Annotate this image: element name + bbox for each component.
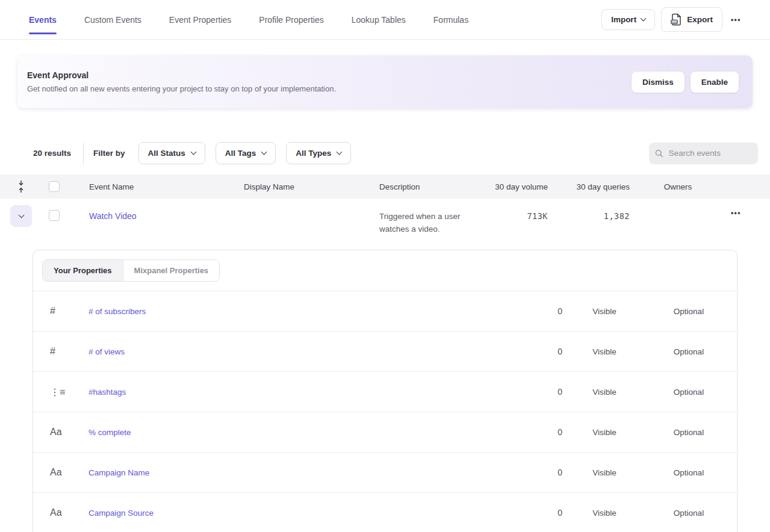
property-visibility[interactable]: Visible — [562, 347, 647, 356]
nav-tab[interactable]: Event Properties — [169, 0, 232, 39]
property-row: Aa Campaign Source 0 Visible Optional — [33, 493, 737, 532]
property-name-link[interactable]: # of subscribers — [88, 307, 496, 316]
text-icon: Aa — [50, 507, 88, 518]
hash-icon: # — [50, 346, 88, 357]
dismiss-button[interactable]: Dismiss — [632, 72, 685, 93]
property-row: # # of views 0 Visible Optional — [33, 332, 737, 372]
properties-tabs-row: Your Properties Mixpanel Properties — [33, 250, 737, 291]
nav-tab[interactable]: Lookup Tables — [352, 0, 406, 39]
nav-tab-label: Custom Events — [84, 15, 141, 25]
event-table-row: Watch Video Triggered when a user watche… — [0, 199, 770, 250]
active-tab-underline — [29, 32, 57, 34]
nav-tab[interactable]: Custom Events — [84, 0, 141, 39]
property-requirement[interactable]: Optional — [647, 509, 731, 518]
property-requirement[interactable]: Optional — [647, 468, 731, 477]
event-name-link[interactable]: Watch Video — [89, 205, 244, 221]
property-visibility[interactable]: Visible — [562, 307, 647, 316]
select-all-checkbox[interactable] — [49, 181, 60, 192]
property-name-link[interactable]: Campaign Name — [88, 468, 496, 477]
filter-dropdown[interactable]: All Status — [138, 142, 205, 164]
header-event-name: Event Name — [89, 182, 244, 191]
tab-mixpanel-properties[interactable]: Mixpanel Properties — [123, 260, 220, 281]
chevron-down-icon — [337, 149, 343, 155]
property-requirement[interactable]: Optional — [647, 307, 731, 316]
row-checkbox[interactable] — [49, 210, 60, 221]
property-name-link[interactable]: #hashtags — [88, 388, 496, 397]
property-requirement[interactable]: Optional — [647, 347, 731, 356]
top-navigation: Events Custom Events Event Properties Pr… — [0, 0, 770, 40]
property-visibility[interactable]: Visible — [562, 468, 647, 477]
search-icon — [655, 149, 663, 158]
nav-tab[interactable]: Formulas — [433, 0, 468, 39]
import-button[interactable]: Import — [601, 9, 655, 30]
banner-title: Event Approval — [27, 70, 336, 80]
tab-your-properties[interactable]: Your Properties — [43, 260, 123, 281]
property-name-link[interactable]: # of views — [88, 347, 496, 356]
nav-tab[interactable]: Events — [29, 0, 57, 39]
nav-tabs: Events Custom Events Event Properties Pr… — [29, 0, 468, 39]
nav-actions: Import csv Export ••• — [601, 7, 744, 32]
chevron-down-icon — [641, 16, 647, 22]
properties-list: # # of subscribers 0 Visible Optional # … — [33, 291, 737, 532]
nav-tab-label: Events — [29, 15, 57, 25]
nav-tab-label: Event Properties — [169, 15, 232, 25]
nav-tab-label: Formulas — [433, 15, 468, 25]
property-count: 0 — [496, 427, 562, 437]
chevron-down-icon — [190, 149, 196, 155]
nav-tab-label: Lookup Tables — [352, 15, 406, 25]
header-volume: 30 day volume — [494, 182, 548, 191]
event-approval-banner: Event Approval Get notified on all new e… — [17, 55, 753, 108]
property-row: # # of subscribers 0 Visible Optional — [33, 291, 737, 332]
header-queries: 30 day queries — [548, 182, 630, 191]
filter-bar: 20 results Filter by All Status All Tags… — [0, 142, 770, 164]
nav-more-icon[interactable]: ••• — [728, 11, 744, 29]
property-count: 0 — [496, 508, 562, 518]
row-more-icon[interactable]: ••• — [726, 205, 744, 222]
export-button-label: Export — [687, 15, 713, 24]
results-count: 20 results — [33, 149, 71, 158]
property-visibility[interactable]: Visible — [562, 388, 647, 397]
chevron-down-icon — [18, 212, 24, 218]
enable-button[interactable]: Enable — [691, 72, 739, 93]
volume-cell: 713K — [494, 205, 548, 221]
csv-file-icon: csv — [671, 13, 682, 26]
banner-actions: Dismiss Enable — [632, 72, 739, 93]
events-table-header: Event Name Display Name Description 30 d… — [0, 175, 770, 199]
filter-dropdown-label: All Types — [296, 149, 331, 158]
properties-panel: Your Properties Mixpanel Properties # # … — [33, 250, 737, 532]
queries-cell: 1,382 — [548, 205, 630, 221]
property-visibility[interactable]: Visible — [562, 509, 647, 518]
property-row: ⋮≡ #hashtags 0 Visible Optional — [33, 372, 737, 412]
text-icon: Aa — [50, 467, 88, 478]
property-name-link[interactable]: Campaign Source — [88, 509, 496, 518]
search-box[interactable] — [649, 143, 758, 164]
properties-tab-switcher: Your Properties Mixpanel Properties — [42, 259, 220, 282]
hash-icon: # — [50, 306, 88, 317]
search-input[interactable] — [669, 149, 752, 158]
property-requirement[interactable]: Optional — [647, 428, 731, 437]
divider — [83, 143, 84, 164]
collapse-all-button[interactable] — [16, 178, 49, 195]
text-icon: Aa — [50, 427, 88, 438]
filter-dropdown[interactable]: All Types — [286, 142, 351, 164]
nav-tab-label: Profile Properties — [259, 15, 323, 25]
list-icon: ⋮≡ — [50, 386, 88, 398]
export-button[interactable]: csv Export — [661, 7, 722, 32]
nav-tab[interactable]: Profile Properties — [259, 0, 323, 39]
header-owners: Owners — [630, 182, 726, 191]
property-row: Aa Campaign Name 0 Visible Optional — [33, 453, 737, 493]
header-description: Description — [379, 182, 494, 191]
filter-dropdown-label: All Status — [148, 149, 185, 158]
filter-dropdowns: All Status All Tags All Types — [138, 142, 352, 164]
property-count: 0 — [496, 306, 562, 316]
filter-by-label: Filter by — [93, 149, 125, 158]
property-count: 0 — [496, 347, 562, 356]
property-count: 0 — [496, 468, 562, 477]
collapse-row-button[interactable] — [10, 205, 32, 227]
property-visibility[interactable]: Visible — [562, 428, 647, 437]
property-row: Aa % complete 0 Visible Optional — [33, 412, 737, 453]
header-display-name: Display Name — [244, 182, 379, 191]
filter-dropdown[interactable]: All Tags — [216, 142, 276, 164]
property-name-link[interactable]: % complete — [88, 428, 496, 437]
property-requirement[interactable]: Optional — [647, 388, 731, 397]
